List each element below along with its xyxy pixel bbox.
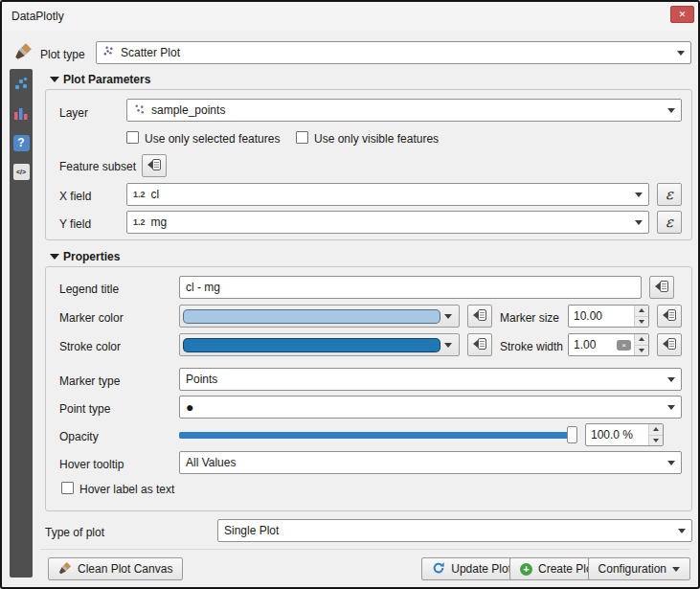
triangle-up-icon [639, 337, 644, 341]
marker-size-override-button[interactable] [657, 305, 682, 328]
use-visible-features-checkbox[interactable] [296, 131, 308, 144]
spin-up-button[interactable] [649, 424, 663, 436]
x-field-expression-button[interactable]: ε [657, 183, 682, 206]
scatter-dots-icon [12, 76, 30, 96]
sidebar-item-code[interactable]: </> [12, 163, 30, 180]
configuration-button[interactable]: Configuration [588, 557, 690, 580]
plot-type-combobox[interactable]: Scatter Plot [96, 41, 691, 64]
x-field-value: cl [151, 188, 160, 201]
chevron-down-icon [635, 220, 643, 225]
data-defined-override-icon [472, 336, 487, 354]
feature-subset-override-button[interactable] [142, 154, 167, 177]
x-field-combobox[interactable]: 1.2 cl [126, 183, 649, 206]
stroke-color-override-button[interactable] [467, 333, 492, 356]
stroke-color-button[interactable] [179, 333, 460, 356]
triangle-up-icon [639, 308, 644, 312]
update-plot-label: Update Plot [451, 562, 511, 576]
legend-title-override-button[interactable] [649, 276, 674, 299]
layer-value: sample_points [151, 103, 225, 117]
expression-epsilon-icon: ε [666, 214, 673, 231]
hover-label-as-text-checkbox[interactable] [61, 482, 74, 494]
marker-color-button[interactable] [179, 305, 460, 328]
triangle-down-icon [639, 349, 644, 352]
plot-type-value: Scatter Plot [121, 46, 180, 59]
stroke-width-override-button[interactable] [657, 333, 682, 356]
decimal-field-icon: 1.2 [133, 217, 146, 227]
marker-color-label: Marker color [59, 310, 124, 326]
marker-size-label: Marker size [500, 310, 559, 326]
stroke-color-swatch [183, 338, 440, 352]
layer-label: Layer [59, 105, 88, 121]
stroke-color-label: Stroke color [59, 339, 121, 354]
chevron-down-icon [444, 343, 452, 348]
slider-fill [179, 432, 577, 439]
slider-handle[interactable] [567, 426, 577, 443]
legend-title-input[interactable] [179, 276, 642, 299]
spin-down-button[interactable] [635, 346, 648, 356]
collapse-arrow-icon[interactable] [50, 77, 59, 82]
y-field-expression-button[interactable]: ε [657, 211, 682, 234]
stroke-width-spinbox[interactable]: 1.00 × [568, 333, 649, 356]
update-plot-button[interactable]: Update Plot [421, 557, 522, 580]
close-button[interactable]: ✕ [670, 6, 694, 23]
sidebar-item-plot-settings[interactable] [12, 77, 30, 94]
refresh-icon [432, 561, 445, 578]
opacity-slider[interactable] [179, 423, 577, 446]
sidebar-item-help[interactable]: ? [12, 134, 30, 151]
spin-down-button[interactable] [635, 317, 648, 328]
data-defined-override-icon [472, 307, 487, 326]
marker-color-override-button[interactable] [467, 305, 492, 328]
sidebar: ? </> [10, 69, 33, 578]
data-defined-override-icon [662, 336, 677, 354]
clean-plot-canvas-label: Clean Plot Canvas [78, 562, 172, 576]
spin-up-button[interactable] [635, 306, 648, 317]
chevron-down-icon [667, 405, 675, 410]
titlebar[interactable]: DataPlotly ✕ [2, 2, 698, 31]
hover-tooltip-combobox[interactable]: All Values [179, 451, 682, 474]
chevron-down-icon [677, 51, 685, 56]
use-visible-features-label: Use only visible features [314, 131, 439, 147]
marker-type-combobox[interactable]: Points [179, 368, 682, 391]
chevron-down-icon [667, 461, 675, 465]
chevron-down-icon [635, 193, 643, 197]
layer-combobox[interactable]: sample_points [126, 99, 682, 122]
use-selected-features-label: Use only selected features [145, 131, 280, 147]
bar-chart-icon [12, 104, 30, 125]
type-of-plot-label: Type of plot [45, 525, 104, 540]
clean-plot-canvas-button[interactable]: Clean Plot Canvas [48, 557, 183, 580]
spin-up-button[interactable] [635, 334, 648, 346]
stroke-width-value: 1.00 [569, 338, 617, 351]
plot-parameters-header[interactable]: Plot Parameters [63, 73, 150, 86]
hover-label-as-text-label: Hover label as text [79, 482, 174, 497]
chevron-down-icon [667, 377, 675, 382]
spin-down-button[interactable] [649, 436, 663, 446]
brush-icon [13, 42, 34, 63]
window-title: DataPlotly [11, 10, 64, 23]
chevron-down-icon [667, 108, 675, 113]
y-field-combobox[interactable]: 1.2 mg [126, 211, 649, 234]
chevron-down-icon [678, 529, 686, 533]
footer-divider [40, 549, 690, 550]
point-type-combobox[interactable]: ● [179, 396, 682, 419]
opacity-value: 100.0 % [586, 428, 648, 442]
chevron-down-icon [444, 314, 452, 319]
type-of-plot-combobox[interactable]: Single Plot [217, 519, 692, 542]
clear-value-icon[interactable]: × [617, 340, 631, 351]
collapse-arrow-icon[interactable] [50, 254, 59, 260]
point-layer-icon [133, 102, 146, 118]
marker-type-value: Points [186, 373, 217, 386]
sidebar-item-plot-canvas[interactable] [12, 105, 30, 123]
plot-type-label: Plot type [40, 47, 85, 62]
close-icon: ✕ [679, 10, 687, 19]
marker-type-label: Marker type [59, 374, 120, 389]
marker-size-spinbox[interactable]: 10.00 [568, 305, 649, 328]
opacity-spinbox[interactable]: 100.0 % [585, 423, 664, 446]
help-icon: ? [13, 135, 30, 151]
filled-circle-icon: ● [186, 400, 193, 414]
brush-icon [58, 561, 72, 578]
properties-header[interactable]: Properties [63, 250, 120, 263]
legend-title-label: Legend title [59, 282, 119, 297]
y-field-value: mg [151, 215, 168, 229]
use-selected-features-checkbox[interactable] [126, 131, 139, 144]
plus-icon: + [520, 563, 532, 576]
